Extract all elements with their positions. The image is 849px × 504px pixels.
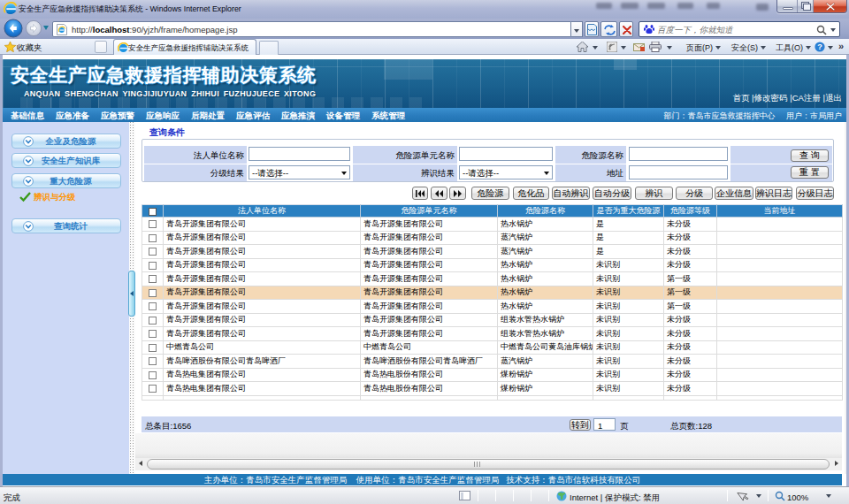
svg-text:?: ? — [817, 42, 822, 51]
